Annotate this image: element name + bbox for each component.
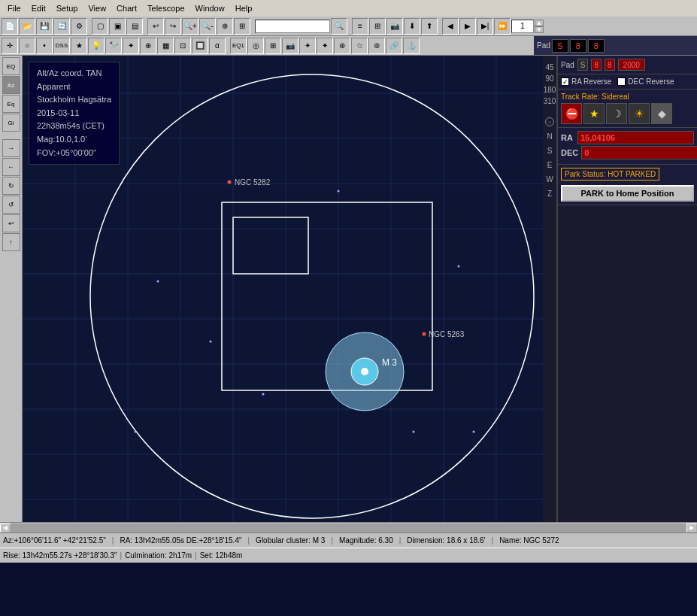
reload-btn[interactable]: 🔄 [53,18,70,35]
dec-reverse-row[interactable]: DEC Reverse [617,77,674,86]
menu-view[interactable]: View [83,2,111,14]
scroll-track[interactable] [11,523,686,533]
cam-btn[interactable]: 📷 [386,18,403,35]
menu-file[interactable]: File [3,2,26,14]
list-btn[interactable]: ≡ [352,18,368,35]
ra-input[interactable] [577,131,694,144]
tool14-btn[interactable]: ⚓ [403,38,420,54]
scroll-left-btn[interactable]: ◀ [0,523,11,533]
menu-setup[interactable]: Setup [52,2,83,14]
park-button[interactable]: PARK to Home Position [561,185,694,202]
dec-input[interactable] [581,146,697,159]
zoom-fit-btn[interactable]: ⊕ [217,18,233,35]
arrow-left-btn[interactable]: ← [2,158,20,176]
search-box[interactable] [255,20,330,33]
undo-btn[interactable]: ↩ [147,18,164,35]
tool4-btn[interactable]: ▦ [157,38,174,54]
grid2-btn[interactable]: ⊞ [265,38,281,54]
tool6-btn[interactable]: 🔲 [192,38,208,54]
square2-btn[interactable]: ▣ [109,18,126,35]
grid-btn[interactable]: ⊞ [369,18,386,35]
dot-btn[interactable]: • [36,38,53,54]
save-btn[interactable]: 💾 [36,18,53,35]
ra-row: RA [561,131,694,144]
arrow-right-btn[interactable]: → [2,139,20,157]
gi-btn[interactable]: Gi [2,114,20,132]
play-btn[interactable]: ▶ [459,18,476,35]
scale-icon: ○ [545,117,554,126]
ra-reverse-checkbox[interactable] [561,77,569,86]
step-up[interactable]: ▲ [535,20,544,26]
pad-label: Pad [537,41,550,50]
eq1-btn[interactable]: EQ1 [230,38,247,54]
tool10-btn[interactable]: ⊛ [334,38,350,54]
menu-help[interactable]: Help [231,2,257,14]
lunar-btn[interactable]: ☽ [606,103,627,124]
compass-z: Z [547,190,552,198]
crosshair-btn[interactable]: ✛ [2,38,18,54]
new-btn[interactable]: 📄 [2,18,18,35]
location-label: Stockholm Hagsätra [37,93,111,107]
custom-btn[interactable]: ◆ [651,103,672,124]
eq2-btn[interactable]: Eq [2,95,20,113]
circle2-btn[interactable]: ◎ [247,38,264,54]
search-btn[interactable]: 🔍 [331,18,347,35]
left-sidebar: EQ Az Eq Gi → ← ↻ ↺ ↩ ↑ [0,56,23,522]
tool7-btn[interactable]: α [209,38,226,54]
next-btn[interactable]: ▶| [477,18,493,35]
sidereal-btn[interactable]: ★ [583,103,605,124]
step-input[interactable]: 1 [511,20,534,33]
menu-telescope[interactable]: Telescope [143,2,189,14]
tool11-btn[interactable]: ☆ [351,38,368,54]
menu-edit[interactable]: Edit [27,2,50,14]
zoom-out-btn[interactable]: 🔍- [199,18,216,35]
fast-fwd-btn[interactable]: ⏩ [494,18,511,35]
ngc5263-label: NGC 5263 [429,330,465,338]
menu-chart[interactable]: Chart [112,2,141,14]
star-btn[interactable]: ★ [71,38,87,54]
info-overlay: Alt/Az coord. TAN Apparent Stockholm Hag… [29,62,120,165]
rotate2-btn[interactable]: ↺ [2,196,20,214]
dimension-status: Dimension: 18.6 x 18.6' [407,536,485,545]
zoom-in-btn[interactable]: 🔍+ [182,18,198,35]
ra-reverse-row[interactable]: RA Reverse [561,77,611,86]
prev-btn[interactable]: ◀ [442,18,459,35]
menubar: File Edit Setup View Chart Telescope Win… [0,0,697,17]
square1-btn[interactable]: ▢ [92,18,108,35]
scroll-right-btn[interactable]: ▶ [686,523,697,533]
tool13-btn[interactable]: 🔗 [386,38,402,54]
tool9-btn[interactable]: ✦ [317,38,333,54]
settings-btn[interactable]: ⚙ [71,18,87,35]
tool2-btn[interactable]: ✦ [123,38,139,54]
solar-btn[interactable]: ☀ [629,103,650,124]
redo-btn[interactable]: ↪ [165,18,181,35]
square3-btn[interactable]: ▤ [126,18,143,35]
tool1-btn[interactable]: 🔭 [105,38,122,54]
tool8-btn[interactable]: ✦ [299,38,316,54]
tool3-btn[interactable]: ⊕ [140,38,156,54]
arrow-up-btn[interactable]: ↑ [2,233,20,251]
export-btn[interactable]: ⬆ [421,18,438,35]
menu-window[interactable]: Window [191,2,229,14]
circle-btn[interactable]: ○ [19,38,35,54]
altaz-btn[interactable]: Az [2,76,20,94]
tool12-btn[interactable]: ⊚ [368,38,385,54]
cam2-btn[interactable]: 📷 [282,38,298,54]
undo2-btn[interactable]: ↩ [2,214,20,232]
tool5-btn[interactable]: ⊡ [174,38,191,54]
bulb-btn[interactable]: 💡 [88,38,105,54]
dss-btn[interactable]: DSS [53,38,70,54]
time-label: 22h38m54s (CET) [37,120,111,133]
hscrollbar[interactable]: ◀ ▶ [0,522,697,533]
eq-btn[interactable]: EQ [2,57,20,75]
zoom-select-btn[interactable]: ⊞ [234,18,250,35]
svg-point-25 [210,341,212,343]
dec-reverse-checkbox[interactable] [617,77,626,86]
open-btn[interactable]: 📂 [19,18,35,35]
rotate-btn[interactable]: ↻ [2,177,20,195]
stop-btn[interactable]: ⛔ [561,103,582,124]
sky-chart[interactable]: Alt/Az coord. TAN Apparent Stockholm Hag… [23,56,556,522]
step-down[interactable]: ▼ [535,26,544,33]
import-btn[interactable]: ⬇ [404,18,420,35]
park-status-label: Park Status: HOT PARKED [561,168,659,181]
